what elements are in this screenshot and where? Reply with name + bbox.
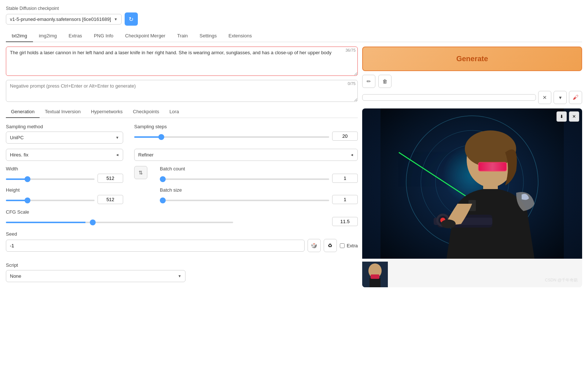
height-slider[interactable] xyxy=(6,200,95,201)
sub-tab-lora[interactable]: Lora xyxy=(164,106,184,118)
sampling-method-arrow: ▼ xyxy=(115,136,119,140)
sampling-steps-slider-container xyxy=(134,133,329,139)
image-area: ⬇ ✕ xyxy=(362,108,582,287)
tab-settings[interactable]: Settings xyxy=(194,30,223,42)
close-style-icon: ✕ xyxy=(543,95,547,100)
sub-tab-textual-inversion[interactable]: Textual Inversion xyxy=(40,106,86,118)
negative-prompt-input[interactable] xyxy=(6,80,358,102)
script-arrow: ▼ xyxy=(178,274,181,278)
batch-count-setting: Batch count xyxy=(160,166,358,183)
pencil-button[interactable]: ✏ xyxy=(362,75,375,88)
sub-tabs: Generation Textual Inversion Hypernetwor… xyxy=(6,106,358,118)
width-label: Width xyxy=(6,166,123,171)
hires-fix-select[interactable]: Hires. fix ◄ xyxy=(6,149,123,161)
download-image-button[interactable]: ⬇ xyxy=(556,111,567,122)
close-style-button[interactable]: ✕ xyxy=(538,91,551,104)
width-row xyxy=(6,174,123,183)
tab-checkpoint-merger[interactable]: Checkpoint Merger xyxy=(119,30,171,42)
batch-size-setting: Batch size xyxy=(160,187,358,204)
sub-tab-hypernetworks[interactable]: Hypernetworks xyxy=(86,106,128,118)
batch-size-slider[interactable] xyxy=(160,200,329,201)
batch-count-slider-container xyxy=(160,176,329,181)
generation-settings: Sampling method UniPC ▼ Sampling steps xyxy=(6,124,358,282)
width-slider-container xyxy=(6,176,95,181)
sampling-steps-row xyxy=(134,132,358,141)
refiner-arrow: ◄ xyxy=(350,153,354,157)
dice-button[interactable]: 🎲 xyxy=(308,239,321,252)
cfg-slider[interactable] xyxy=(6,222,233,223)
hires-fix-col: Hires. fix ◄ xyxy=(6,149,123,161)
thumbnail-svg xyxy=(362,262,388,287)
refresh-checkpoint-button[interactable]: ↻ xyxy=(125,12,138,26)
generated-image-display xyxy=(362,108,582,259)
generate-button[interactable]: Generate xyxy=(362,47,582,71)
sub-tab-checkpoints[interactable]: Checkpoints xyxy=(128,106,165,118)
cfg-scale-row xyxy=(6,217,358,226)
batch-count-row xyxy=(160,174,358,183)
seed-label: Seed xyxy=(6,231,358,237)
svg-rect-13 xyxy=(479,163,506,171)
swap-icon: ⇅ xyxy=(139,170,143,176)
script-select[interactable]: None ▼ xyxy=(6,270,185,282)
dimensions-batch-row: Width Height xyxy=(6,166,358,204)
refiner-col: Refiner ◄ xyxy=(134,149,358,161)
thumbnail-strip xyxy=(362,262,582,287)
svg-point-19 xyxy=(441,219,456,228)
extra-checkbox[interactable] xyxy=(340,243,345,248)
hires-fix-arrow: ◄ xyxy=(115,153,119,157)
cfg-input[interactable] xyxy=(332,217,358,226)
recycle-button[interactable]: ♻ xyxy=(324,239,337,252)
batch-count-slider[interactable] xyxy=(160,178,329,180)
checkpoint-value: v1-5-pruned-emaonly.safetensors [6ce0161… xyxy=(10,16,111,22)
script-value: None xyxy=(10,273,21,279)
seed-input[interactable] xyxy=(6,240,305,252)
right-panel: Generate ✏ 🗑 ✕ ▾ xyxy=(362,47,582,287)
recycle-icon: ♻ xyxy=(328,243,332,248)
height-input[interactable] xyxy=(98,195,123,204)
positive-prompt-container: 36/75 xyxy=(6,47,358,77)
tab-train[interactable]: Train xyxy=(171,30,194,42)
apply-style-button[interactable]: 🖌 xyxy=(569,91,582,104)
sampling-steps-slider[interactable] xyxy=(134,136,329,138)
width-input[interactable] xyxy=(98,174,123,183)
refiner-select[interactable]: Refiner ◄ xyxy=(134,149,358,161)
batch-size-input[interactable] xyxy=(332,195,358,204)
checkpoint-select[interactable]: v1-5-pruned-emaonly.safetensors [6ce0161… xyxy=(6,14,122,25)
checkpoint-row: v1-5-pruned-emaonly.safetensors [6ce0161… xyxy=(6,12,582,26)
tab-txt2img[interactable]: txt2img xyxy=(6,30,33,42)
batch-size-row xyxy=(160,195,358,204)
tab-extras[interactable]: Extras xyxy=(63,30,88,42)
checkpoint-arrow: ▼ xyxy=(114,17,118,21)
sub-tab-generation[interactable]: Generation xyxy=(6,106,40,118)
hires-refiner-row: Hires. fix ◄ Refiner ◄ xyxy=(6,149,358,161)
sampling-method-value: UniPC xyxy=(10,135,24,140)
thumbnail-1[interactable] xyxy=(362,262,388,287)
batch-size-slider-container xyxy=(160,197,329,202)
negative-prompt-container: 0/75 xyxy=(6,80,358,103)
seed-setting: Seed 🎲 ♻ Extra xyxy=(6,231,358,252)
left-panel: 36/75 0/75 Generation Textual Inversion … xyxy=(6,47,358,287)
sampling-method-select[interactable]: UniPC ▼ xyxy=(6,132,123,144)
sampling-steps-input[interactable] xyxy=(332,132,358,141)
negative-token-count: 0/75 xyxy=(348,81,356,86)
batch-count-input[interactable] xyxy=(332,174,358,183)
tab-extensions[interactable]: Extensions xyxy=(223,30,258,42)
width-slider[interactable] xyxy=(6,178,95,180)
trash-icon: 🗑 xyxy=(382,78,387,84)
width-setting: Width xyxy=(6,166,123,183)
sampling-method-col: Sampling method UniPC ▼ xyxy=(6,124,123,144)
style-dropdown[interactable] xyxy=(362,94,536,101)
trash-button[interactable]: 🗑 xyxy=(378,75,392,88)
main-layout: 36/75 0/75 Generation Textual Inversion … xyxy=(6,47,582,287)
tab-png-info[interactable]: PNG Info xyxy=(88,30,119,42)
download-icon: ⬇ xyxy=(560,114,563,119)
height-setting: Height xyxy=(6,187,123,204)
dropdown-style-button[interactable]: ▾ xyxy=(554,91,567,104)
swap-dimensions-button[interactable]: ⇅ xyxy=(134,166,147,179)
action-row: ✏ 🗑 xyxy=(362,75,582,88)
tab-img2img[interactable]: img2img xyxy=(33,30,63,42)
dimensions-col: Width Height xyxy=(6,166,123,204)
seed-row: 🎲 ♻ Extra xyxy=(6,239,358,252)
positive-prompt-input[interactable] xyxy=(6,47,358,76)
close-image-button[interactable]: ✕ xyxy=(569,111,579,122)
